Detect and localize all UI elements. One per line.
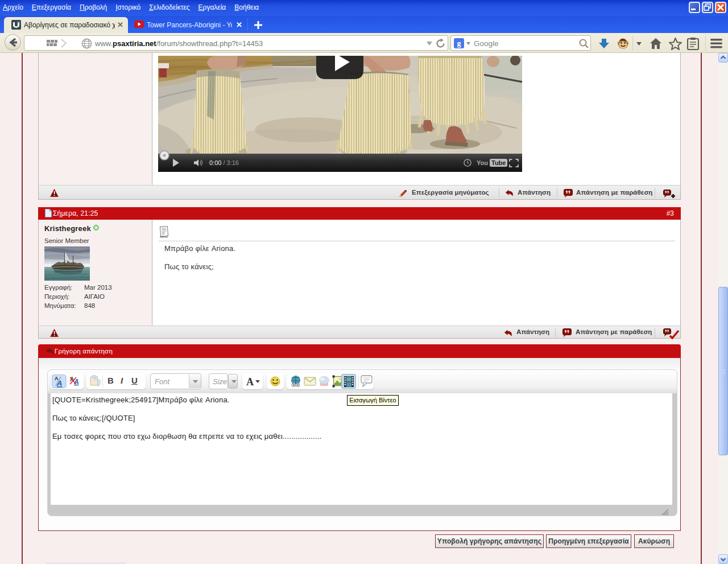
- svg-text:A: A: [246, 376, 254, 388]
- svg-text:g: g: [457, 39, 461, 48]
- svg-text:A: A: [56, 379, 62, 388]
